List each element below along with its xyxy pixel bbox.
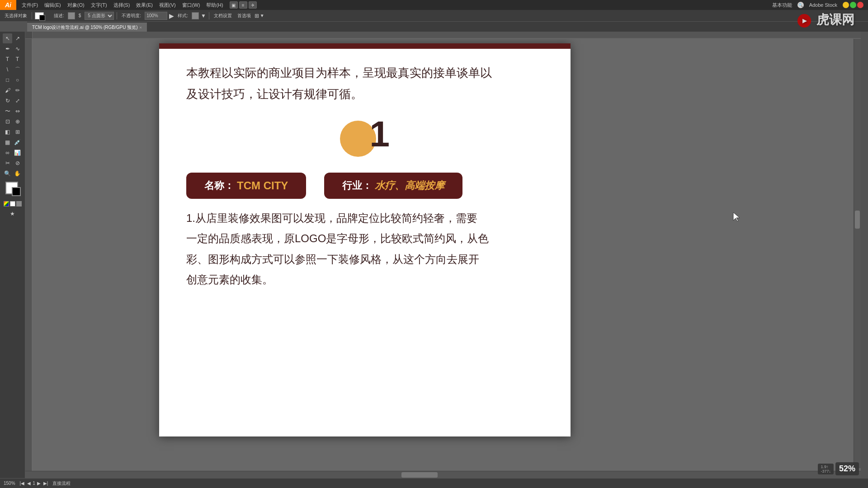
vertical-type-tool[interactable]: T xyxy=(13,54,22,64)
next-page-btn[interactable]: ▶ xyxy=(36,481,42,486)
direct-selection-tool[interactable]: ↗ xyxy=(13,33,22,43)
mesh-tool[interactable]: ⊞ xyxy=(13,127,22,137)
menu-file[interactable]: 文件(F) xyxy=(19,1,41,9)
opacity-input[interactable] xyxy=(145,12,167,20)
paintbrush-tool[interactable]: 🖌 xyxy=(3,85,12,95)
free-transform-tool[interactable]: ⊡ xyxy=(3,117,12,127)
width-tool[interactable]: ⇔ xyxy=(13,106,22,116)
watermark-text: 虎课网 xyxy=(816,13,854,27)
right-scrollbar[interactable] xyxy=(854,39,861,468)
speed-up: 1.9↑ xyxy=(821,465,831,469)
shape-select[interactable]: 5 点圆形 xyxy=(85,12,114,20)
stroke-preview[interactable] xyxy=(68,12,75,19)
toolbar-icon-2[interactable]: ≡ xyxy=(239,1,247,9)
watermark: ▶ 虎课网 xyxy=(797,11,854,28)
ruler-corner xyxy=(25,32,33,39)
tab-close-btn[interactable]: × xyxy=(140,25,142,30)
bottom-scrollbar[interactable] xyxy=(25,471,861,478)
badges-row: 名称：TCM CITY 行业：水疗、高端按摩 xyxy=(186,173,543,199)
pen-tool[interactable]: ✒ xyxy=(3,44,12,54)
rotate-tool[interactable]: ↻ xyxy=(3,96,12,106)
preferences-btn[interactable]: 首选项 xyxy=(236,12,253,19)
stroke-swatch[interactable] xyxy=(12,187,21,196)
opacity-expand-icon[interactable]: ▶ xyxy=(169,12,174,19)
selection-tool[interactable]: ↖ xyxy=(3,33,12,43)
slice-tool[interactable]: ✂ xyxy=(3,158,12,168)
layout-dropdown[interactable]: ▼ xyxy=(260,13,264,18)
toolbar-divider-3 xyxy=(209,12,209,19)
toolbar-divider-1 xyxy=(32,12,32,19)
status-bar: 150% |◀ ◀ 1 ▶ ▶| 直接流程 xyxy=(0,478,868,488)
blob-brush-tool[interactable]: ✏ xyxy=(13,85,22,95)
menu-edit[interactable]: 编辑(E) xyxy=(42,1,64,9)
close-button[interactable] xyxy=(857,2,863,8)
minimize-button[interactable] xyxy=(843,2,849,8)
rect-tool[interactable]: □ xyxy=(3,75,12,85)
search-icon[interactable]: 🔍 xyxy=(797,2,804,8)
shape-dropdown-label: $ xyxy=(77,13,83,19)
toolbar-icon-1[interactable]: ▣ xyxy=(230,1,238,9)
first-page-btn[interactable]: |◀ xyxy=(19,481,26,486)
layout-icon: ⊞ xyxy=(255,13,259,19)
last-page-btn[interactable]: ▶| xyxy=(42,481,49,486)
style-dropdown-icon[interactable]: ▼ xyxy=(201,13,206,19)
type-tool[interactable]: T xyxy=(3,54,12,64)
badge-industry-value: 水疗、高端按摩 xyxy=(375,179,444,192)
toolbar: 无选择对象 描述: $ 5 点圆形 不透明度: ▶ 样式: ▼ 文档设置 首选项… xyxy=(0,10,868,22)
menu-help[interactable]: 帮助(H) xyxy=(203,1,226,9)
prev-page-btn[interactable]: ◀ xyxy=(26,481,32,486)
menu-window[interactable]: 窗口(W) xyxy=(179,1,203,9)
basic-function[interactable]: 基本功能 xyxy=(769,1,795,9)
eyedropper-tool[interactable]: 💉 xyxy=(13,137,22,147)
ruler-top: // Inline ruler ticks via JS after rende… xyxy=(33,32,861,39)
color-swatch-area xyxy=(3,182,23,198)
document-tab[interactable]: TCM logo设计推导流程.ai @ 150% (RGB/GPU 预览) × xyxy=(27,23,147,32)
chart-tool[interactable]: 📊 xyxy=(13,148,22,158)
shaper-tool[interactable]: ⊕ xyxy=(13,117,22,127)
eraser-tool[interactable]: ⊘ xyxy=(13,158,22,168)
style-preview[interactable] xyxy=(192,12,199,19)
badge-name-value: TCM CITY xyxy=(237,179,288,192)
line-tool[interactable]: \ xyxy=(3,65,12,75)
menu-object[interactable]: 对象(O) xyxy=(65,1,87,9)
menu-effect[interactable]: 效果(E) xyxy=(133,1,156,9)
no-selection-label: 无选择对象 xyxy=(3,12,29,19)
scrollbar-thumb-bottom[interactable] xyxy=(401,472,438,478)
speed-down: -377↓ xyxy=(821,469,831,474)
scrollbar-thumb-right[interactable] xyxy=(855,211,860,229)
gradient-tool[interactable]: ▦ xyxy=(3,137,12,147)
maximize-button[interactable] xyxy=(850,2,856,8)
fill-color[interactable] xyxy=(35,12,44,19)
document-setup-btn[interactable]: 文档设置 xyxy=(212,12,234,19)
toolbar-icon-3[interactable]: ✈ xyxy=(249,1,257,9)
menu-select[interactable]: 选择(S) xyxy=(111,1,133,9)
artboard: 本教程以实际的商业项目为样本，呈现最真实的接单谈单以 及设计技巧，让设计有规律可… xyxy=(159,43,571,436)
artboard-content: 本教程以实际的商业项目为样本，呈现最真实的接单谈单以 及设计技巧，让设计有规律可… xyxy=(159,49,571,304)
scale-tool[interactable]: ⤢ xyxy=(13,96,22,106)
badge-name-prefix: 名称： xyxy=(204,179,234,192)
color-mode-icon[interactable] xyxy=(4,201,9,206)
watermark-icon: ▶ xyxy=(797,14,811,28)
zoom-tool[interactable]: 🔍 xyxy=(3,169,12,178)
page-current: 1 xyxy=(33,481,35,486)
artboard-wrapper: 本教程以实际的商业项目为样本，呈现最真实的接单谈单以 及设计技巧，让设计有规律可… xyxy=(33,39,861,471)
hand-tool[interactable]: ✋ xyxy=(13,169,22,178)
warp-tool[interactable]: 〜 xyxy=(3,106,12,116)
perspective-tool[interactable]: ◧ xyxy=(3,127,12,137)
blend-tool[interactable]: ∞ xyxy=(3,148,12,158)
ruler-left xyxy=(25,39,33,478)
arc-tool[interactable]: ⌒ xyxy=(13,65,22,75)
menu-type[interactable]: 文字(T) xyxy=(88,1,110,9)
curvature-tool[interactable]: ∿ xyxy=(13,44,22,54)
menu-view[interactable]: 视图(V) xyxy=(156,1,179,9)
adobe-stock[interactable]: Adobe Stock xyxy=(807,1,840,9)
page-nav-area: |◀ ◀ 1 ▶ ▶| xyxy=(19,481,49,486)
symbol-sprayer-tool[interactable]: ★ xyxy=(8,209,17,219)
black-icon[interactable] xyxy=(16,201,22,206)
zoom-level[interactable]: 150% xyxy=(4,481,15,486)
section-number-container: 1 xyxy=(340,118,390,159)
ellipse-tool[interactable]: ○ xyxy=(13,75,22,85)
speed-badge: 1.9↑ -377↓ xyxy=(818,464,834,474)
menu-bar: 文件(F) 编辑(E) 对象(O) 文字(T) 选择(S) 效果(E) 视图(V… xyxy=(0,0,868,10)
none-icon[interactable] xyxy=(10,201,15,206)
